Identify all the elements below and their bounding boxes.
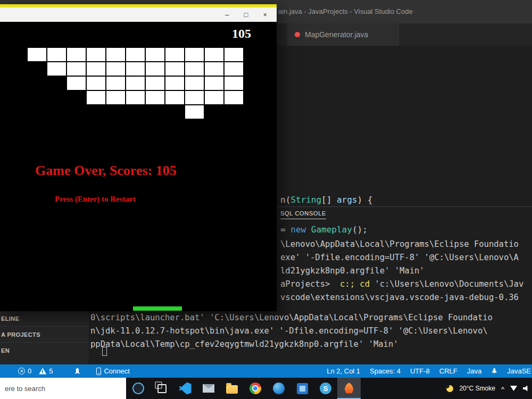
close-button[interactable]: × (263, 11, 267, 18)
edge-icon (273, 383, 285, 394)
game-over-text: Game Over, Scores: 105 (35, 163, 177, 179)
status-eol[interactable]: CRLF (439, 367, 458, 375)
brick (28, 48, 46, 61)
brick (126, 48, 145, 61)
minimize-button[interactable]: – (225, 11, 229, 18)
status-problems-errors[interactable]: 0 (18, 367, 31, 375)
taskbar-vscode-button[interactable] (173, 378, 197, 399)
brick (126, 77, 145, 90)
code-line: n(String[] args) { (280, 193, 372, 207)
brick (146, 77, 164, 90)
status-label: 5 (49, 367, 53, 375)
maximize-button[interactable]: □ (244, 11, 248, 18)
terminal-line: \Lenovo\AppData\Local\Programs\Eclipse F… (280, 238, 523, 251)
terminal-upper[interactable]: \Lenovo\AppData\Local\Programs\Eclipse F… (280, 238, 523, 304)
statusbar: 05Connect Ln 2, Col 1Spaces: 4UTF-8CRLFJ… (0, 364, 532, 378)
sidebar-sections: ELINEA PROJECTSEN (0, 310, 89, 364)
brick (106, 91, 125, 104)
taskbar-task-view-button[interactable] (150, 378, 173, 399)
brick (205, 62, 223, 76)
mail-icon (203, 384, 214, 393)
brick (165, 48, 184, 61)
status-encoding[interactable]: UTF-8 (410, 367, 430, 375)
terminal-line: exe' '-Dfile.encoding=UTF-8' '@C:\Users\… (280, 251, 523, 264)
taskbar-search[interactable]: ere to search (0, 378, 126, 399)
status-cursor-position[interactable]: Ln 2, Col 1 (327, 367, 360, 375)
text-segment: exe' '-Dfile.encoding=UTF-8' '@C:\Users\… (280, 253, 519, 262)
brick (67, 62, 86, 76)
status-label: Ln 2, Col 1 (327, 367, 360, 375)
brick (165, 77, 184, 90)
brick (225, 77, 243, 90)
panel-tab[interactable]: SQL CONSOLE (280, 210, 326, 219)
status-problems-warnings[interactable]: 5 (39, 367, 53, 375)
tab-mapgenerator[interactable]: MapGenerator.java (287, 23, 400, 46)
taskbar-edge-button[interactable] (267, 378, 290, 399)
paddle (133, 306, 182, 311)
game-titlebar[interactable]: – □ × (0, 7, 277, 22)
status-connect[interactable]: Connect (96, 367, 129, 375)
status-label: Connect (104, 367, 129, 375)
brick (225, 62, 243, 76)
status-language-mode[interactable]: Java (467, 367, 481, 375)
bell-icon (491, 368, 497, 375)
taskbar-chrome-button[interactable] (244, 378, 267, 399)
brick (205, 77, 223, 90)
vscode-icon (179, 383, 192, 395)
brick (146, 91, 164, 104)
status-notifications[interactable] (491, 368, 497, 375)
taskbar-photos-button[interactable] (290, 378, 314, 399)
game-window: – □ × 105 Game Over, Scores: 105 Press (… (0, 4, 277, 311)
modified-dot-icon (295, 32, 300, 37)
code-line: = new Gameplay(); (280, 222, 372, 237)
tab-label: MapGenerator.java (305, 30, 368, 39)
brick (165, 62, 184, 76)
text-segment: ppData\Local\Temp\cp_cfev2eqygtmwld21ygk… (90, 339, 398, 349)
temperature-label[interactable]: 20°C Smoke (459, 385, 495, 392)
sidebar-section-label: EN (1, 347, 10, 354)
brick (87, 62, 105, 76)
terminal-line: 0\scripts\launcher.bat' 'C:\Users\Lenovo… (90, 311, 493, 325)
taskbar-cortana-button[interactable] (127, 378, 150, 399)
status-indentation[interactable]: Spaces: 4 (370, 367, 401, 375)
skype-icon (320, 383, 331, 394)
error-icon (18, 368, 25, 375)
brick (205, 48, 223, 61)
network-icon[interactable] (510, 386, 517, 391)
sidebar-section[interactable]: EN (0, 342, 89, 358)
desktop: ain.java - JavaProjects - Visual Studio … (0, 0, 532, 399)
status-java-runtime[interactable]: JavaSE (507, 367, 531, 375)
text-segment: ) { (358, 195, 373, 205)
volume-icon[interactable] (523, 386, 529, 392)
brick (87, 77, 105, 90)
brick (165, 91, 184, 104)
status-label: 0 (28, 367, 31, 375)
terminal-lower[interactable]: 0\scripts\launcher.bat' 'C:\Users\Lenovo… (90, 311, 493, 351)
text-segment: n\jdk-11.0.12.7-hotspot\bin\java.exe' '-… (90, 326, 488, 336)
connect-icon (96, 368, 101, 375)
cortana-icon (132, 383, 144, 394)
sidebar-section[interactable]: ELINE (0, 310, 89, 326)
taskbar-skype-button[interactable] (314, 378, 337, 399)
weather-icon[interactable] (446, 385, 453, 392)
sidebar-section[interactable]: A PROJECTS (0, 326, 89, 342)
brick (146, 62, 164, 76)
text-segment: 'c:\Users\Lenovo\Documents\Jav (370, 279, 523, 289)
chrome-icon (250, 383, 261, 394)
brick (106, 48, 125, 61)
brick (126, 91, 145, 104)
text-segment: (); (352, 225, 368, 235)
brick (205, 91, 223, 104)
text-segment: ld21ygkzk8np0.argfile' 'Main' (280, 266, 425, 276)
status-java-status[interactable] (74, 368, 80, 375)
window-title: ain.java - JavaProjects - Visual Studio … (278, 7, 413, 15)
score-label: 105 (232, 27, 251, 41)
taskbar-file-explorer-button[interactable] (220, 378, 244, 399)
game-area[interactable]: 105 Game Over, Scores: 105 Press (Enter)… (0, 22, 277, 311)
statusbar-right: Ln 2, Col 1Spaces: 4UTF-8CRLFJavaJavaSE (327, 367, 532, 375)
taskbar-mail-button[interactable] (197, 378, 220, 399)
tray-expand-chevron[interactable]: ^ (501, 385, 504, 393)
file-explorer-icon (226, 385, 238, 394)
warning-icon (39, 368, 46, 375)
taskbar-java-app-button[interactable] (337, 378, 361, 399)
